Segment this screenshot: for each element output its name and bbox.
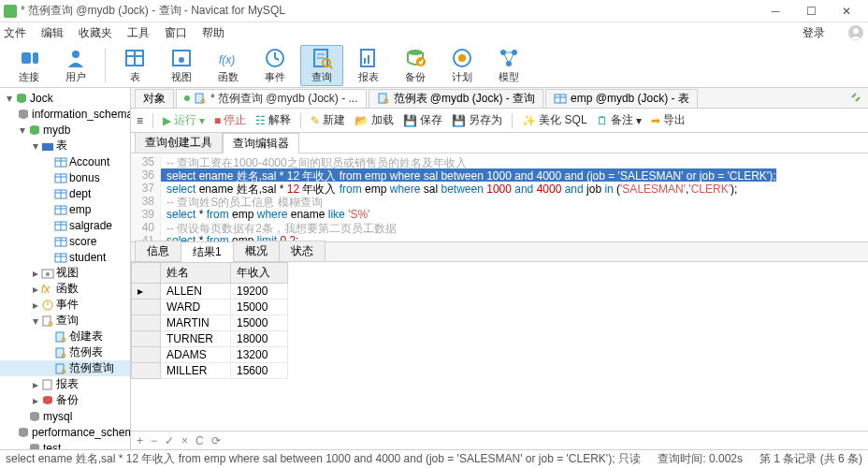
grid-action-−[interactable]: −: [151, 434, 157, 447]
twisty-icon[interactable]: ▾: [4, 92, 15, 105]
link-icon[interactable]: [849, 91, 862, 104]
subtab-查询创建工具[interactable]: 查询创建工具: [135, 132, 223, 153]
grid-action-C[interactable]: C: [195, 434, 204, 447]
result-tab-概况[interactable]: 概况: [233, 241, 280, 261]
tree-范例表[interactable]: 范例表: [0, 344, 130, 360]
menu-文件[interactable]: 文件: [4, 25, 26, 41]
tree-报表[interactable]: ▸报表: [0, 376, 130, 392]
tree-emp[interactable]: emp: [0, 201, 130, 217]
tool-backup[interactable]: 备份: [394, 45, 437, 86]
save-button[interactable]: 💾 保存: [403, 112, 442, 128]
tool-report[interactable]: 报表: [347, 45, 390, 86]
table-row[interactable]: TURNER18000: [132, 331, 288, 347]
tree-范例查询[interactable]: 范例查询: [0, 360, 130, 376]
twisty-icon[interactable]: ▾: [30, 314, 41, 328]
app-icon: [4, 5, 17, 18]
menu-收藏夹[interactable]: 收藏夹: [79, 25, 112, 41]
col-header[interactable]: 姓名: [161, 263, 231, 284]
tree-score[interactable]: score: [0, 233, 130, 249]
tool-query[interactable]: 查询: [300, 45, 343, 86]
grid-action-✓[interactable]: ✓: [165, 434, 174, 447]
menu-窗口[interactable]: 窗口: [165, 25, 187, 41]
subtab-查询编辑器[interactable]: 查询编辑器: [223, 133, 299, 154]
menu-button[interactable]: ≡: [137, 114, 143, 127]
tool-user[interactable]: 用户: [54, 45, 97, 86]
tool-clock[interactable]: 事件: [253, 45, 297, 86]
tree-函数[interactable]: ▸fx函数: [0, 281, 130, 297]
tree-事件[interactable]: ▸事件: [0, 297, 130, 313]
table-row[interactable]: WARD15000: [132, 300, 288, 315]
tree-test[interactable]: test: [0, 440, 130, 449]
minimize-button[interactable]: ─: [758, 1, 793, 22]
menu-工具[interactable]: 工具: [127, 25, 150, 41]
note-button[interactable]: 🗒 备注 ▾: [597, 112, 642, 128]
grid-action-×[interactable]: ×: [181, 434, 188, 447]
sql-line[interactable]: 40-- 假设每页数据有2条，我想要第二页员工数据: [131, 221, 868, 234]
beautify-button[interactable]: ✨ 美化 SQL: [522, 112, 586, 128]
export-button[interactable]: ➡ 导出: [651, 112, 686, 128]
tree-视图[interactable]: ▸视图: [0, 265, 130, 281]
tree-Jock[interactable]: ▾Jock: [0, 90, 130, 106]
new-button[interactable]: ✎ 新建: [311, 112, 345, 128]
result-tab-结果1[interactable]: 结果1: [181, 241, 234, 262]
tree-mydb[interactable]: ▾mydb: [0, 122, 130, 138]
editor-tab[interactable]: * 范例查询 @mydb (Jock) - ...: [176, 89, 367, 108]
tree-student[interactable]: student: [0, 249, 130, 265]
tree-information_schema[interactable]: information_schema: [0, 106, 130, 122]
table-row[interactable]: ▸ALLEN19200: [132, 284, 288, 300]
sql-line[interactable]: 39select * from emp where ename like 'S%…: [131, 208, 868, 221]
twisty-icon[interactable]: ▾: [30, 139, 41, 153]
menu-帮助[interactable]: 帮助: [202, 25, 224, 41]
editor-tab[interactable]: 对象: [135, 89, 174, 108]
sql-editor[interactable]: 35-- 查询工资在1000-4000之间的职员或销售员的姓名及年收入36sel…: [131, 154, 868, 241]
tree-创建表[interactable]: 创建表: [0, 329, 130, 344]
result-tab-状态[interactable]: 状态: [279, 241, 326, 261]
editor-tab[interactable]: emp @mydb (Jock) - 表: [545, 89, 698, 108]
grid-action-⟳[interactable]: ⟳: [211, 434, 221, 447]
close-button[interactable]: ✕: [829, 1, 864, 22]
twisty-icon[interactable]: ▸: [30, 378, 41, 391]
tree-salgrade[interactable]: salgrade: [0, 217, 130, 233]
login-link[interactable]: 登录: [803, 25, 825, 41]
tree-Account[interactable]: Account: [0, 154, 130, 169]
result-tab-信息[interactable]: 信息: [135, 241, 181, 261]
col-header[interactable]: 年收入: [231, 263, 288, 284]
grid-action-+[interactable]: +: [137, 434, 143, 447]
tree-bonus[interactable]: bonus: [0, 169, 130, 185]
tool-view[interactable]: 视图: [160, 45, 203, 86]
table-row[interactable]: MARTIN15000: [132, 315, 288, 331]
saveas-button[interactable]: 💾 另存为: [452, 112, 502, 128]
stop-button[interactable]: ■ 停止: [214, 112, 246, 128]
explain-button[interactable]: ☷ 解释: [255, 112, 291, 128]
sql-line[interactable]: 38-- 查询姓S的员工信息 模糊查询: [131, 195, 868, 208]
sql-line[interactable]: 37select ename 姓名,sal * 12 年收入 from emp …: [131, 182, 868, 195]
table-row[interactable]: MILLER15600: [132, 363, 288, 379]
run-button[interactable]: ▶ 运行 ▾: [163, 112, 205, 128]
menu-编辑[interactable]: 编辑: [41, 25, 64, 41]
tree-查询[interactable]: ▾查询: [0, 313, 130, 329]
twisty-icon[interactable]: ▾: [17, 124, 28, 137]
twisty-icon[interactable]: ▸: [30, 394, 41, 407]
tool-fx[interactable]: f(x)函数: [207, 45, 250, 86]
twisty-icon[interactable]: ▸: [30, 283, 41, 296]
tree-dept[interactable]: dept: [0, 185, 130, 201]
user-avatar-icon[interactable]: [847, 24, 864, 41]
tree-表[interactable]: ▾表: [0, 138, 130, 154]
tree-performance_schema[interactable]: performance_schema: [0, 424, 130, 440]
tool-schedule[interactable]: 计划: [441, 45, 484, 86]
twisty-icon[interactable]: ▸: [30, 299, 41, 312]
maximize-button[interactable]: ☐: [793, 1, 829, 22]
sql-line[interactable]: 36select ename 姓名,sal * 12 年收入 from emp …: [131, 168, 868, 182]
tree-mysql[interactable]: mysql: [0, 408, 130, 424]
twisty-icon[interactable]: ▸: [30, 267, 41, 280]
tool-plug[interactable]: 连接: [7, 45, 51, 86]
load-button[interactable]: 📂 加载: [354, 112, 394, 128]
sql-line[interactable]: 35-- 查询工资在1000-4000之间的职员或销售员的姓名及年收入: [131, 155, 868, 168]
tool-table[interactable]: 表: [113, 45, 156, 86]
table-row[interactable]: ADAMS13200: [132, 347, 288, 363]
tree-备份[interactable]: ▸备份: [0, 392, 130, 408]
sidebar-tree[interactable]: ▾Jockinformation_schema▾mydb▾表Accountbon…: [0, 88, 131, 449]
result-grid[interactable]: 姓名年收入▸ALLEN19200WARD15000MARTIN15000TURN…: [131, 262, 868, 431]
tool-model[interactable]: 模型: [487, 45, 530, 86]
editor-tab[interactable]: 范例表 @mydb (Jock) - 查询: [369, 89, 544, 108]
